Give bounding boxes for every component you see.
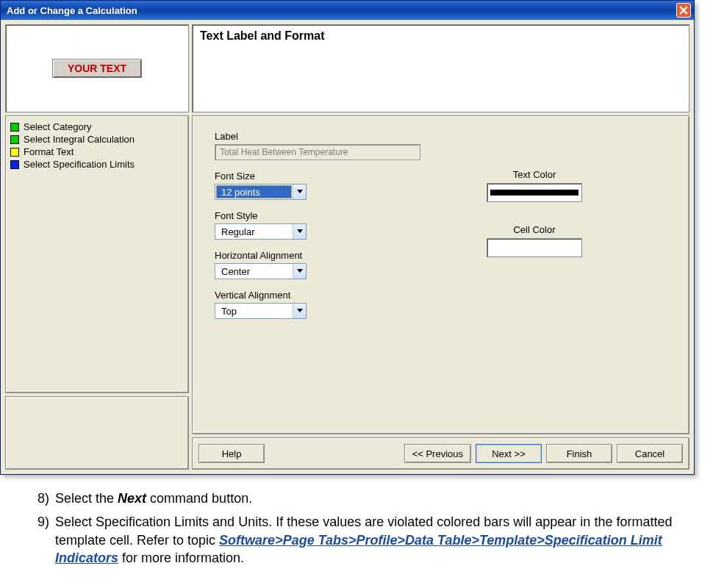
window-title: Add or Change a Calculation (7, 5, 137, 16)
label-input[interactable] (215, 144, 420, 160)
preview-box: YOUR TEXT (5, 24, 189, 112)
close-button[interactable] (676, 3, 691, 18)
previous-button[interactable]: << Previous (404, 444, 471, 463)
cancel-button[interactable]: Cancel (617, 444, 683, 463)
valign-value: Top (216, 304, 292, 318)
help-button[interactable]: Help (198, 444, 265, 463)
text: command button. (146, 491, 252, 506)
form-panel: Label Font Size 12 points Font Style (192, 115, 689, 434)
button-bar: Help << Previous Next >> Finish Cancel (192, 437, 689, 470)
fontstyle-value: Regular (216, 225, 292, 238)
chevron-down-icon (293, 184, 306, 199)
panel-title: Text Label and Format (192, 24, 689, 112)
textcolor-picker[interactable] (487, 183, 582, 202)
titlebar: Add or Change a Calculation (1, 1, 694, 20)
preview-chip: YOUR TEXT (52, 59, 142, 78)
textcolor-sample (490, 190, 578, 196)
valign-select[interactable]: Top (215, 303, 307, 319)
steps-list: Select Category Select Integral Calculat… (5, 115, 189, 393)
step-item[interactable]: Select Integral Calculation (9, 133, 185, 146)
step-item[interactable]: Select Category (9, 121, 185, 133)
step-label: Select Category (24, 121, 92, 132)
chevron-down-icon (293, 304, 306, 318)
fontsize-value: 12 points (216, 185, 292, 198)
chevron-down-icon (293, 264, 306, 279)
list-number: 9) (26, 513, 55, 567)
fontsize-caption: Font Size (215, 171, 667, 182)
step-swatch-icon (10, 123, 19, 132)
fontstyle-caption: Font Style (215, 210, 667, 221)
valign-caption: Vertical Alignment (215, 290, 667, 301)
text: Select the (55, 491, 118, 506)
chevron-down-icon (293, 224, 306, 239)
cellcolor-caption: Cell Color (487, 224, 582, 235)
list-number: 8) (26, 490, 55, 507)
text: for more information. (118, 551, 244, 565)
instruction-text: 8) Select the Next command button. 9) Se… (26, 490, 713, 573)
halign-value: Center (216, 265, 292, 278)
label-caption: Label (215, 131, 667, 142)
text-emph: Next (118, 491, 146, 506)
halign-caption: Horizontal Alignment (215, 250, 667, 261)
next-button[interactable]: Next >> (476, 444, 542, 463)
textcolor-caption: Text Color (487, 169, 582, 180)
step-swatch-icon (10, 160, 19, 169)
step-label: Select Integral Calculation (24, 134, 135, 145)
finish-button[interactable]: Finish (546, 444, 612, 463)
step-swatch-icon (10, 135, 19, 144)
dialog-window: Add or Change a Calculation YOUR TEXT Se… (0, 0, 695, 475)
fontstyle-select[interactable]: Regular (215, 223, 307, 240)
fontsize-select[interactable]: 12 points (215, 184, 307, 200)
step-label: Format Text (24, 146, 74, 157)
close-icon (679, 6, 688, 15)
halign-select[interactable]: Center (215, 263, 307, 279)
cellcolor-picker[interactable] (487, 238, 582, 257)
info-box (5, 396, 189, 470)
step-label: Select Specification Limits (24, 159, 135, 170)
step-swatch-icon (10, 148, 19, 157)
step-item[interactable]: Select Specification Limits (9, 158, 185, 171)
step-item[interactable]: Format Text (9, 146, 185, 158)
